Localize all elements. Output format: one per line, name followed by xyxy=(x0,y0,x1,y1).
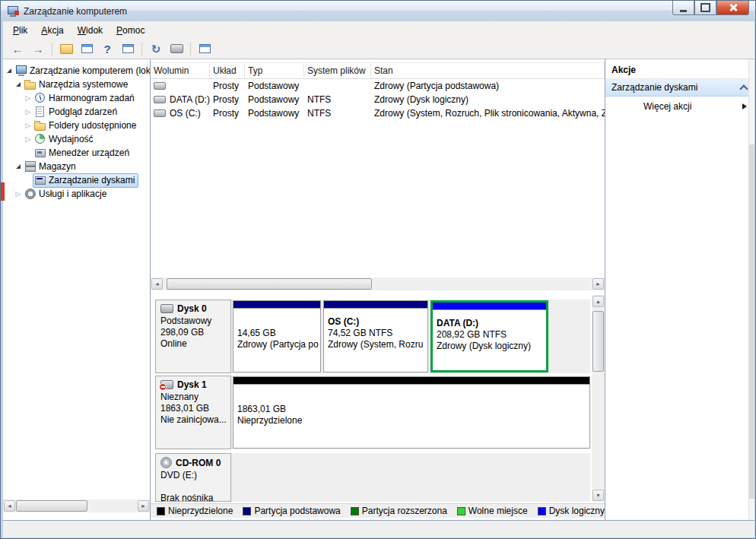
disk-properties-button[interactable] xyxy=(195,40,214,57)
menu-plik[interactable]: Plik xyxy=(6,23,34,38)
scroll-left-button[interactable] xyxy=(151,278,163,290)
partition-box-data-d-selected[interactable]: DATA (D:) 208,92 GB NTFS Zdrowy (Dysk lo… xyxy=(430,300,548,373)
shared-folders-icon xyxy=(34,120,46,131)
caption-buttons xyxy=(672,1,749,15)
scroll-left-button[interactable] xyxy=(4,500,15,512)
scroll-right-button[interactable] xyxy=(138,500,149,512)
menu-akcja[interactable]: Akcja xyxy=(34,23,70,38)
tree-item-system-tools[interactable]: Narzędzia systemowe xyxy=(3,78,150,91)
forward-icon: → xyxy=(33,43,44,55)
menu-pomoc[interactable]: Pomoc xyxy=(110,23,151,38)
actions-group-disk-management[interactable]: Zarządzanie dyskami xyxy=(605,78,754,97)
column-header-system-plikow[interactable]: System plików xyxy=(304,63,371,78)
help-button[interactable]: ? xyxy=(98,40,116,57)
tree-item-event-viewer[interactable]: Podgląd zdarzeń xyxy=(3,105,150,119)
minimize-button[interactable] xyxy=(672,1,694,15)
console-window-button[interactable] xyxy=(119,40,137,57)
scroll-down-button[interactable] xyxy=(592,490,604,501)
services-icon xyxy=(24,189,37,199)
expander-collapsed-icon[interactable] xyxy=(24,108,33,116)
legend-item-free-space: Wolne miejsce xyxy=(457,506,528,516)
disk-properties-icon xyxy=(199,44,211,53)
volume-icon xyxy=(154,96,166,103)
expander-expanded-icon[interactable] xyxy=(14,82,23,87)
tree-item-storage[interactable]: Magazyn xyxy=(3,160,150,173)
rescan-disks-button[interactable] xyxy=(167,40,186,57)
column-header-stan[interactable]: Stan xyxy=(371,63,605,78)
volume-icon xyxy=(154,109,166,117)
legend-swatch xyxy=(243,507,251,515)
column-header-uklad[interactable]: Układ xyxy=(210,63,245,78)
collapse-chevron-icon[interactable] xyxy=(739,84,748,93)
forward-button[interactable]: → xyxy=(29,40,47,57)
properties-window-icon xyxy=(81,44,93,53)
event-viewer-icon xyxy=(34,106,46,117)
expander-collapsed-icon[interactable] xyxy=(24,135,33,143)
scrollbar-thumb[interactable] xyxy=(167,278,372,290)
partitions-dysk1: 1863,01 GB Nieprzydzielone xyxy=(232,376,590,449)
volume-row-data-d[interactable]: DATA (D:) Prosty Podstawowy NTFS Zdrowy … xyxy=(151,93,605,106)
tree-horizontal-scrollbar[interactable] xyxy=(3,499,150,512)
expander-collapsed-icon[interactable] xyxy=(24,122,33,129)
expander-expanded-icon[interactable] xyxy=(14,164,23,169)
volume-table-header: Wolumin Układ Typ System plików Stan xyxy=(151,62,605,79)
toolbar-separator xyxy=(141,43,142,55)
app-icon xyxy=(7,6,19,17)
disk-info-dysk1[interactable]: Dysk 1 Nieznany 1863,01 GB Nie zainicjow… xyxy=(155,376,231,449)
actions-vertical-scrollbar[interactable] xyxy=(748,59,754,520)
tree-item-disk-management[interactable]: Zarządzanie dyskami xyxy=(3,173,150,187)
expander-expanded-icon[interactable] xyxy=(5,68,14,73)
performance-icon xyxy=(34,134,46,144)
toolbar-separator xyxy=(52,43,52,55)
tree-item-task-scheduler[interactable]: Harmonogram zadań xyxy=(3,91,150,105)
scroll-up-button[interactable] xyxy=(592,296,604,307)
close-button[interactable] xyxy=(716,1,749,15)
toolbar-separator xyxy=(190,43,191,55)
system-tools-icon xyxy=(24,79,37,90)
column-header-typ[interactable]: Typ xyxy=(245,63,304,78)
tree-item-device-manager[interactable]: Menedżer urządzeń xyxy=(3,146,150,160)
screen-edge-red-artifact xyxy=(1,182,5,201)
show-console-tree-button[interactable] xyxy=(57,40,75,57)
actions-title: Akcje xyxy=(605,59,754,78)
disk-name: Dysk 0 xyxy=(177,303,207,314)
volume-row-os-c[interactable]: OS (C:) Prosty Podstawowy NTFS Zdrowy (S… xyxy=(151,106,605,120)
partitions-dysk0: 14,65 GB Zdrowy (Partycja po OS (C:) 74,… xyxy=(232,300,590,373)
console-tree-pane: Zarządzanie komputerem (loka Narzędzia s… xyxy=(3,59,151,520)
scroll-right-button[interactable] xyxy=(592,278,604,290)
partition-box-reserved[interactable]: 14,65 GB Zdrowy (Partycja po xyxy=(233,300,321,373)
volume-horizontal-scrollbar[interactable] xyxy=(151,277,605,290)
scrollbar-thumb[interactable] xyxy=(16,500,87,512)
tree-item-services-applications[interactable]: Usługi i aplikacje xyxy=(3,187,150,201)
scrollbar-thumb[interactable] xyxy=(592,311,604,372)
volume-row-system-reserved[interactable]: Prosty Podstawowy Zdrowy (Partycja podst… xyxy=(151,79,605,93)
tree-item-computer-management[interactable]: Zarządzanie komputerem (loka xyxy=(3,64,150,78)
expander-collapsed-icon[interactable] xyxy=(14,190,23,198)
column-header-wolumin[interactable]: Wolumin xyxy=(151,63,210,78)
back-button[interactable]: ← xyxy=(8,40,27,57)
maximize-button[interactable] xyxy=(694,1,716,15)
legend-swatch xyxy=(538,507,546,515)
scrollbar-thumb[interactable] xyxy=(749,144,754,499)
menu-widok[interactable]: Widok xyxy=(71,23,110,38)
disk-pane-vertical-scrollbar[interactable] xyxy=(592,295,605,502)
properties-window-button[interactable] xyxy=(78,40,96,57)
legend-swatch xyxy=(351,507,359,515)
volume-icon xyxy=(154,82,166,90)
more-actions-item[interactable]: Więcej akcji xyxy=(605,97,754,116)
disk-info-dysk0[interactable]: Dysk 0 Podstawowy 298,09 GB Online xyxy=(155,300,231,373)
refresh-button[interactable]: ↻ xyxy=(147,40,165,57)
expander-collapsed-icon[interactable] xyxy=(24,94,33,102)
actions-pane: Akcje Zarządzanie dyskami Więcej akcji xyxy=(605,59,754,520)
partition-box-unallocated[interactable]: 1863,01 GB Nieprzydzielone xyxy=(233,376,590,449)
submenu-arrow-icon xyxy=(742,103,747,109)
tree-item-shared-folders[interactable]: Foldery udostępnione xyxy=(3,119,150,132)
show-console-tree-icon xyxy=(60,44,73,54)
legend-item-logical-drive: Dysk logiczny xyxy=(538,506,605,516)
partition-box-os-c[interactable]: OS (C:) 74,52 GB NTFS Zdrowy (System, Ro… xyxy=(323,300,428,373)
tree-item-performance[interactable]: Wydajność xyxy=(3,132,150,146)
disk-name: CD-ROM 0 xyxy=(176,458,221,468)
disk-info-cdrom0[interactable]: CD-ROM 0 DVD (E:) Brak nośnika xyxy=(155,453,231,502)
storage-icon xyxy=(24,161,37,172)
titlebar[interactable]: Zarządzanie komputerem xyxy=(1,1,755,21)
